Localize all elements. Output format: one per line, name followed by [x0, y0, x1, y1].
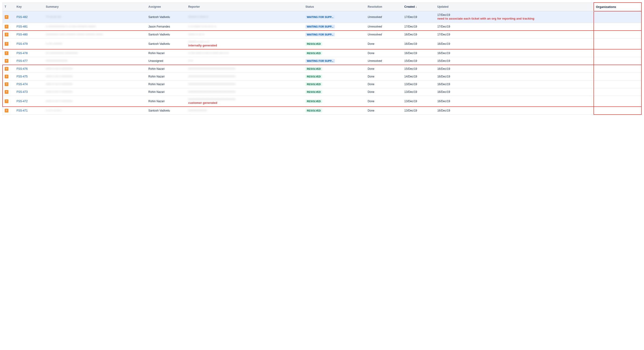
issue-type-cell: ?	[2, 88, 15, 96]
issue-status-cell: RESOLVED	[304, 38, 366, 49]
issue-key-link[interactable]: FSS-479	[16, 42, 28, 45]
issue-updated-cell: 16/Dec/19	[435, 88, 594, 96]
col-header-type[interactable]: T	[2, 2, 15, 11]
col-header-organizations[interactable]: Organizations	[594, 2, 642, 11]
issue-summary-cell: •••••• •• ••• •• •••••••••••	[44, 96, 146, 107]
col-header-status[interactable]: Status	[304, 2, 366, 11]
issue-key-link[interactable]: FSS-477	[16, 59, 28, 62]
issue-key-link[interactable]: FSS-473	[16, 90, 28, 94]
question-icon: ?	[5, 99, 8, 103]
col-header-summary[interactable]: Summary	[44, 2, 146, 11]
issue-summary-cell: •••••• •• ••• •• •••••••••••	[44, 65, 146, 73]
table-row[interactable]: ?FSS-472•••••• •• ••• •• •••••••••••Rohi…	[2, 96, 642, 107]
issue-key-cell[interactable]: FSS-478	[15, 49, 44, 57]
table-row[interactable]: ?FSS-482**• ••• ••• ••••Santosh Vadivelu…	[2, 11, 642, 23]
issue-reporter-cell: •••••••••••••••••••	[186, 107, 304, 115]
table-row[interactable]: ?FSS-475•••••• •• ••• •• •••••••••••Rohi…	[2, 73, 642, 80]
issue-created-cell: 13/Dec/19	[402, 88, 435, 96]
status-badge: RESOLVED	[306, 75, 322, 78]
issue-key-link[interactable]: FSS-474	[16, 83, 28, 86]
issue-type-cell: ?	[2, 38, 15, 49]
issue-key-link[interactable]: FSS-471	[16, 109, 28, 112]
table-row[interactable]: ?FSS-477••••••••••••••••••••••Unassigned…	[2, 57, 642, 65]
issue-status-cell: WAITING FOR SUPP...	[304, 30, 366, 38]
issue-org-cell	[594, 65, 642, 73]
col-header-reporter[interactable]: Reporter	[186, 2, 304, 11]
table-row[interactable]: ?FSS-476•••••• •• ••• •• •••••••••••Rohi…	[2, 65, 642, 73]
issue-key-cell[interactable]: FSS-477	[15, 57, 44, 65]
issue-assignee-cell: Unassigned	[146, 57, 186, 65]
issue-updated-cell: 16/Dec/19	[435, 96, 594, 107]
issue-reporter-cell: •• •••• •••••• •• •••• •• •••••• •••• ••…	[186, 49, 304, 57]
col-header-updated[interactable]: Updated	[435, 2, 594, 11]
issue-status-cell: RESOLVED	[304, 49, 366, 57]
issue-created-cell: 16/Dec/19	[402, 49, 435, 57]
issue-type-cell: ?	[2, 23, 15, 31]
issue-key-cell[interactable]: FSS-476	[15, 65, 44, 73]
col-header-assignee[interactable]: Assignee	[146, 2, 186, 11]
issue-key-link[interactable]: FSS-481	[16, 25, 28, 28]
issue-org-cell	[594, 57, 642, 65]
issue-updated-cell: 17/Dec/19	[435, 30, 594, 38]
issue-created-cell: 16/Dec/19	[402, 38, 435, 49]
issue-created-cell: 13/Dec/19	[402, 80, 435, 88]
issue-key-link[interactable]: FSS-476	[16, 67, 28, 70]
issue-key-cell[interactable]: FSS-481	[15, 23, 44, 31]
status-badge: RESOLVED	[306, 51, 322, 55]
issue-key-cell[interactable]: FSS-479	[15, 38, 44, 49]
issue-summary-cell: •••••• •• ••• •• •••••••••••	[44, 80, 146, 88]
status-badge: RESOLVED	[306, 67, 322, 71]
issue-status-cell: WAITING FOR SUPP...	[304, 11, 366, 23]
issue-reporter-cell: ••••••• •• ••• ••	[186, 30, 304, 38]
col-header-key[interactable]: Key	[15, 2, 44, 11]
issue-assignee-cell: Rohin Nazari	[146, 88, 186, 96]
issue-type-cell: ?	[2, 96, 15, 107]
issue-reporter-cell: ••••••••••••••••••••••••••••••••••••••••…	[186, 88, 304, 96]
table-row[interactable]: ?FSS-474•••••• •• ••• •• •••••••••••Rohi…	[2, 80, 642, 88]
issue-status-cell: RESOLVED	[304, 88, 366, 96]
issue-org-cell	[594, 96, 642, 107]
issue-status-cell: WAITING FOR SUPP...	[304, 23, 366, 31]
issue-key-link[interactable]: FSS-482	[16, 15, 28, 19]
table-row[interactable]: ?FSS-479•• •••• •••••••••Santosh Vadivel…	[2, 38, 642, 49]
annotation-org-need: need to associate each ticket with an or…	[437, 16, 592, 21]
issue-assignee-cell: Rohin Nazari	[146, 65, 186, 73]
issue-key-cell[interactable]: FSS-480	[15, 30, 44, 38]
table-row[interactable]: ?FSS-478••• ••••••••••••••• ••••••••••••…	[2, 49, 642, 57]
table-row[interactable]: ?FSS-481•• ••••••••••••••••• •• •• •••••…	[2, 23, 642, 31]
issue-assignee-cell: Santosh Vadivelu	[146, 107, 186, 115]
question-icon: ?	[5, 42, 8, 46]
issue-created-cell: 13/Dec/19	[402, 107, 435, 115]
issue-updated-cell: 16/Dec/19	[435, 38, 594, 49]
issue-key-cell[interactable]: FSS-473	[15, 88, 44, 96]
issue-key-link[interactable]: FSS-478	[16, 52, 28, 55]
issue-key-link[interactable]: FSS-472	[16, 100, 28, 103]
table-row[interactable]: ?FSS-480••••••••••••• •••••• •••••••••• …	[2, 30, 642, 38]
issue-key-cell[interactable]: FSS-472	[15, 96, 44, 107]
issue-key-link[interactable]: FSS-480	[16, 33, 28, 36]
col-header-resolution[interactable]: Resolution	[366, 2, 402, 11]
issue-summary-cell: ••••••••••••••••••••••	[44, 57, 146, 65]
issue-status-cell: RESOLVED	[304, 80, 366, 88]
question-icon: ?	[5, 75, 8, 78]
issue-assignee-cell: Rohin Nazari	[146, 49, 186, 57]
issue-key-cell[interactable]: FSS-482	[15, 11, 44, 23]
question-icon: ?	[5, 51, 8, 55]
issue-status-cell: RESOLVED	[304, 65, 366, 73]
table-row[interactable]: ?FSS-471•• •• •• •• ••• •Santosh Vadivel…	[2, 107, 642, 115]
col-header-created[interactable]: Created ↓	[402, 2, 435, 11]
issue-resolution-cell: Done	[366, 96, 402, 107]
issue-status-cell: RESOLVED	[304, 96, 366, 107]
issue-type-cell: ?	[2, 73, 15, 80]
issue-summary-cell: **• ••• ••• ••••	[44, 11, 146, 23]
issue-key-cell[interactable]: FSS-471	[15, 107, 44, 115]
status-badge: WAITING FOR SUPP...	[306, 15, 335, 19]
question-icon: ?	[5, 67, 8, 71]
table-row[interactable]: ?FSS-473•••••• •• ••• •• •••••••••••Rohi…	[2, 88, 642, 96]
issue-key-cell[interactable]: FSS-474	[15, 80, 44, 88]
issue-key-cell[interactable]: FSS-475	[15, 73, 44, 80]
issue-created-cell: 13/Dec/19	[402, 96, 435, 107]
status-badge: WAITING FOR SUPP...	[306, 59, 335, 63]
issue-key-link[interactable]: FSS-475	[16, 75, 28, 78]
question-icon: ?	[5, 33, 8, 36]
